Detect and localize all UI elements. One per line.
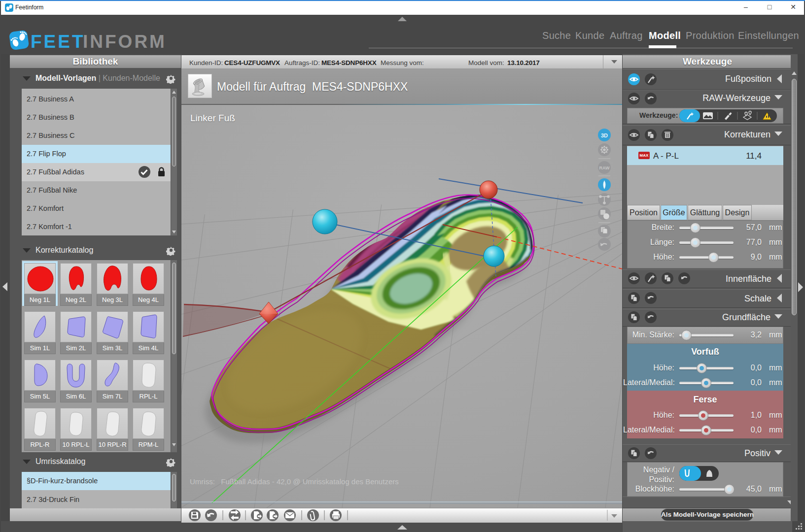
svg-text:3D: 3D xyxy=(601,133,608,138)
svg-text:RAW: RAW xyxy=(599,166,610,170)
svg-text:FEET: FEET xyxy=(31,32,85,51)
svg-text:INFORM: INFORM xyxy=(83,32,167,51)
